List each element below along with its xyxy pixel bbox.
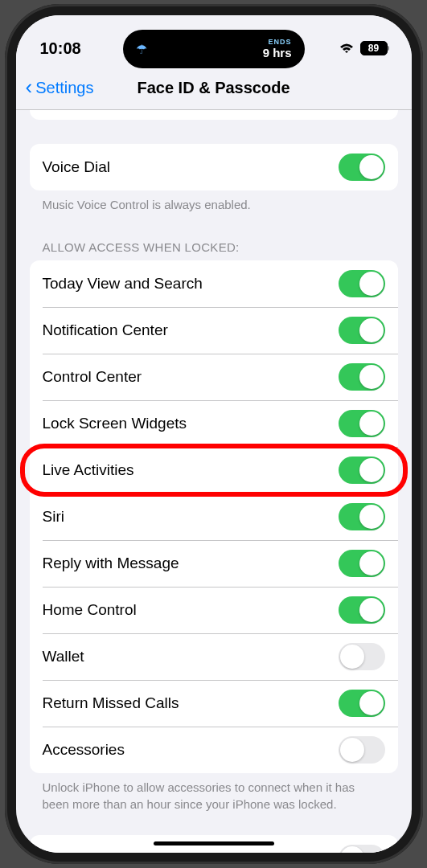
dynamic-island[interactable]: ☂ ENDS 9 hrs: [123, 30, 305, 68]
return-missed-calls-label: Return Missed Calls: [43, 694, 179, 712]
wallet-row[interactable]: Wallet: [30, 633, 398, 680]
access-footer: Unlock iPhone to allow accessories to co…: [30, 773, 398, 819]
notification-center-label: Notification Center: [43, 321, 168, 339]
live-activities-toggle[interactable]: [339, 457, 385, 484]
voice-dial-footer: Music Voice Control is always enabled.: [30, 190, 398, 219]
erase-data-toggle[interactable]: [339, 845, 385, 853]
voice-dial-toggle[interactable]: [339, 154, 385, 181]
live-activities-row[interactable]: Live Activities: [30, 447, 398, 493]
return-missed-calls-row[interactable]: Return Missed Calls: [30, 680, 398, 727]
erase-label: Erase Data: [43, 850, 119, 853]
accessories-row[interactable]: Accessories: [30, 727, 398, 773]
home-control-label: Home Control: [43, 601, 137, 619]
wallet-toggle[interactable]: [339, 643, 385, 670]
page-title: Face ID & Passcode: [137, 79, 289, 97]
back-label: Settings: [35, 79, 93, 97]
access-group: Today View and SearchNotification Center…: [30, 260, 398, 773]
lock-screen-widgets-toggle[interactable]: [339, 410, 385, 437]
notification-center-toggle[interactable]: [339, 317, 385, 344]
wallet-label: Wallet: [43, 648, 84, 665]
previous-group-partial: [30, 110, 398, 120]
home-control-toggle[interactable]: [339, 596, 385, 624]
access-header: ALLOW ACCESS WHEN LOCKED:: [30, 234, 398, 260]
today-view-and-search-toggle[interactable]: [339, 270, 385, 297]
wifi-icon: [339, 43, 355, 55]
chevron-left-icon: ‹: [26, 75, 33, 100]
battery-icon: 89: [360, 41, 388, 55]
nav-bar: ‹ Settings Face ID & Passcode: [16, 67, 412, 110]
control-center-row[interactable]: Control Center: [30, 354, 398, 400]
voice-dial-label: Voice Dial: [43, 158, 111, 176]
live-activities-label: Live Activities: [43, 461, 134, 479]
control-center-toggle[interactable]: [339, 363, 385, 391]
back-button[interactable]: ‹ Settings: [26, 77, 94, 100]
voice-dial-group: Voice Dial: [30, 144, 398, 190]
notification-center-row[interactable]: Notification Center: [30, 307, 398, 354]
today-view-and-search-row[interactable]: Today View and Search: [30, 260, 398, 307]
return-missed-calls-toggle[interactable]: [339, 690, 385, 717]
siri-toggle[interactable]: [339, 503, 385, 530]
accessories-toggle[interactable]: [339, 736, 385, 764]
content-scroll[interactable]: Voice Dial Music Voice Control is always…: [16, 110, 412, 853]
status-time: 10:08: [40, 39, 81, 58]
siri-label: Siri: [43, 508, 64, 526]
reply-with-message-row[interactable]: Reply with Message: [30, 540, 398, 587]
phone-frame: ☂ ENDS 9 hrs 10:08 89 ‹ Settings Face ID…: [5, 4, 423, 864]
lock-screen-widgets-label: Lock Screen Widgets: [43, 415, 187, 432]
home-control-row[interactable]: Home Control: [30, 587, 398, 633]
screen: ☂ ENDS 9 hrs 10:08 89 ‹ Settings Face ID…: [16, 15, 412, 853]
reply-with-message-toggle[interactable]: [339, 550, 385, 577]
control-center-label: Control Center: [43, 368, 142, 386]
umbrella-icon: ☂: [136, 42, 147, 57]
today-view-and-search-label: Today View and Search: [43, 275, 203, 293]
siri-row[interactable]: Siri: [30, 493, 398, 540]
lock-screen-widgets-row[interactable]: Lock Screen Widgets: [30, 400, 398, 447]
home-indicator[interactable]: [154, 841, 274, 845]
island-timer: ENDS 9 hrs: [263, 39, 292, 59]
accessories-label: Accessories: [43, 741, 125, 759]
reply-with-message-label: Reply with Message: [43, 555, 179, 572]
voice-dial-row[interactable]: Voice Dial: [30, 144, 398, 190]
